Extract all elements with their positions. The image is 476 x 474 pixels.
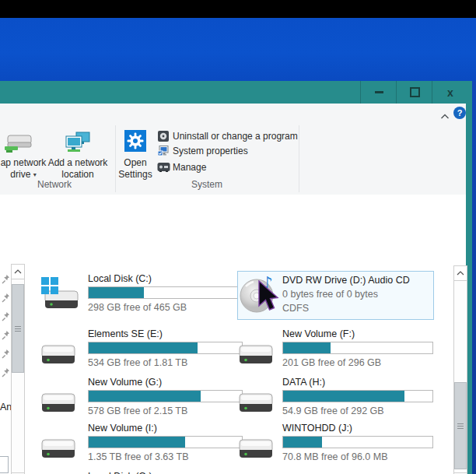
help-icon: ? — [457, 108, 463, 118]
minimize-button[interactable] — [360, 81, 397, 104]
top-black-bar — [0, 0, 476, 18]
drive-usage-fill — [89, 391, 201, 402]
drive-usage-fill — [283, 342, 331, 353]
manage-button[interactable]: Manage — [156, 160, 296, 174]
drive-usage-bar — [88, 390, 243, 402]
network-location-icon — [65, 132, 91, 155]
drive-name: New Volume (F:) — [282, 328, 355, 339]
hard-drive-icon — [238, 437, 274, 464]
drive-free-space: 1.35 TB free of 3.63 TB — [88, 451, 188, 462]
mouse-cursor — [257, 280, 282, 319]
hard-drive-icon — [40, 391, 76, 418]
minimize-icon — [375, 91, 383, 93]
window-body: ? ap network drive ▾ — [0, 104, 466, 474]
nav-partial-icon — [0, 456, 9, 473]
network-drive-icon — [5, 133, 33, 155]
file-list-pane: An — [0, 195, 466, 474]
drive-usage-fill — [89, 437, 185, 448]
uninstall-program-label: Uninstall or change a program — [173, 131, 298, 142]
drive-usage-fill — [89, 342, 198, 353]
hard-drive-icon — [40, 343, 76, 370]
drive-filesystem-label: CDFS — [282, 303, 309, 314]
pushpin-icon[interactable] — [2, 292, 10, 306]
pushpin-icon[interactable] — [2, 311, 10, 325]
ribbon-collapse-button[interactable] — [440, 109, 451, 118]
drive-usage-bar — [88, 342, 243, 354]
desktop-background — [0, 18, 476, 81]
add-network-location-label: Add a network — [48, 157, 108, 168]
drive-usage-bar — [282, 436, 433, 448]
main-scrollbar-thumb[interactable] — [454, 382, 467, 469]
ribbon-group-label-network: Network — [16, 179, 93, 190]
manage-label: Manage — [173, 162, 206, 173]
drive-usage-bar — [282, 390, 433, 402]
drive-name: Elements SE (E:) — [88, 328, 163, 339]
drive-name: WINTOHDD (J:) — [282, 423, 352, 434]
drive-free-space: 201 GB free of 296 GB — [282, 357, 381, 368]
open-settings-label: Open — [124, 157, 146, 168]
drive-name: Local Disk (Q:) — [88, 471, 152, 474]
screen: x ? — [0, 0, 476, 474]
drive-name: DVD RW Drive (D:) Audio CD — [282, 275, 410, 286]
uninstall-program-icon — [158, 131, 169, 142]
window-titlebar: x — [0, 81, 472, 104]
drive-name: New Volume (I:) — [88, 423, 157, 434]
system-properties-label: System properties — [173, 146, 248, 156]
drive-detail-line: 0 bytes free of 0 bytes — [282, 289, 378, 300]
drive-usage-bar — [88, 436, 243, 448]
ribbon-separator — [299, 125, 299, 192]
nav-scrollbar-thumb[interactable] — [12, 284, 24, 373]
drive-name: Local Disk (C:) — [88, 273, 152, 284]
ribbon: ap network drive ▾ Add a — [0, 124, 466, 195]
windows-drive-icon — [40, 276, 79, 315]
chevron-up-icon — [14, 269, 22, 275]
drive-usage-bar — [282, 342, 433, 354]
drive-free-space: 534 GB free of 1.81 TB — [88, 357, 187, 368]
drive-usage-fill — [283, 391, 404, 402]
settings-gear-icon — [124, 130, 146, 152]
maximize-icon — [410, 87, 420, 97]
main-scrollbar-up-button[interactable] — [453, 265, 467, 281]
hard-drive-icon — [40, 437, 76, 464]
drive-usage-bar — [88, 286, 243, 299]
maximize-button[interactable] — [396, 81, 432, 104]
manage-icon — [157, 161, 170, 173]
desktop-background-right-strip — [472, 81, 476, 474]
hard-drive-icon — [238, 343, 274, 370]
ribbon-tab-row: ? — [0, 104, 466, 124]
pushpin-icon[interactable] — [2, 367, 10, 381]
uninstall-program-button[interactable]: Uninstall or change a program — [156, 130, 296, 142]
nav-scrollbar-up-button[interactable] — [11, 264, 25, 279]
drive-name: New Volume (G:) — [88, 377, 162, 388]
drive-free-space: 298 GB free of 465 GB — [88, 302, 187, 313]
drive-free-space: 54.9 GB free of 292 GB — [282, 406, 384, 416]
drive-name: DATA (H:) — [282, 377, 325, 388]
pushpin-icon[interactable] — [2, 348, 10, 362]
hard-drive-icon — [238, 391, 274, 418]
nav-partial-label: An — [0, 402, 12, 413]
chevron-up-icon — [440, 114, 450, 120]
drive-usage-fill — [89, 287, 144, 298]
close-icon: x — [447, 87, 453, 98]
chevron-up-icon — [457, 271, 464, 276]
pushpin-icon[interactable] — [2, 273, 10, 287]
explorer-window: x ? — [0, 81, 472, 474]
pushpin-icon[interactable] — [2, 329, 10, 343]
drive-free-space: 70.8 MB free of 96.0 MB — [282, 451, 388, 462]
drive-usage-fill — [283, 437, 322, 448]
close-button[interactable]: x — [432, 81, 468, 104]
help-button[interactable]: ? — [453, 107, 466, 119]
drive-free-space: 578 GB free of 2.15 TB — [88, 406, 187, 416]
ribbon-group-label-system: System — [168, 179, 246, 190]
system-properties-button[interactable]: System properties — [156, 145, 296, 157]
system-properties-icon — [158, 146, 169, 156]
